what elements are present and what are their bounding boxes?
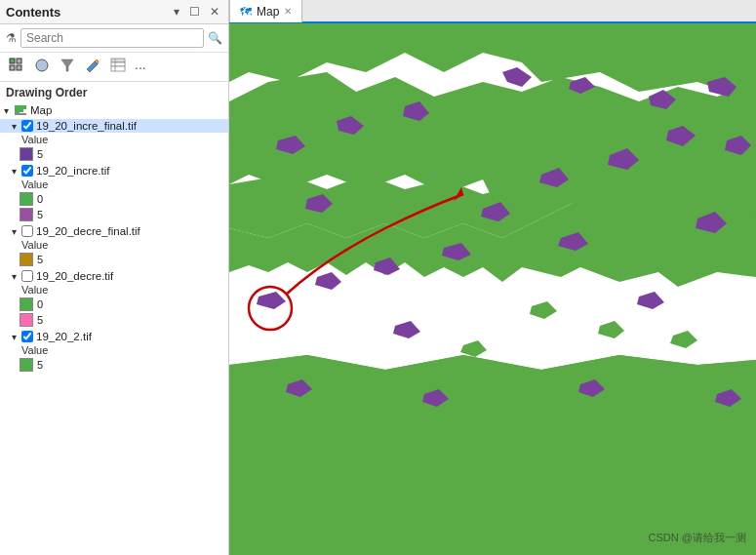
layer3-name: 19_20_decre_final.tif — [36, 225, 140, 237]
svg-rect-1 — [17, 59, 21, 63]
watermark: CSDN @请给我一测 — [649, 531, 746, 545]
layer2-value-2: 5 — [37, 209, 43, 220]
layer4-value-label-row: Value — [0, 283, 228, 297]
layer5-checkbox[interactable] — [21, 331, 33, 342]
layer4-legend-row-1: 0 — [0, 297, 228, 312]
map-tab-bar: 🗺 Map ✕ — [229, 0, 756, 23]
layer2-expand-arrow[interactable] — [12, 166, 21, 177]
search-bar: ⚗ 🔍 — [0, 24, 228, 53]
svg-rect-0 — [10, 59, 15, 63]
search-button[interactable]: 🔍 — [208, 31, 222, 45]
layer1-row[interactable]: 19_20_incre_final.tif — [0, 119, 228, 133]
layer1-checkbox[interactable] — [21, 120, 33, 132]
map-root-name: Map — [30, 104, 52, 116]
svg-rect-15 — [15, 113, 26, 115]
layer5-value-label: Value — [20, 344, 48, 356]
map-root-icon — [14, 103, 27, 117]
map-area: 🗺 Map ✕ — [229, 0, 756, 555]
tree-item-map: Map 19_20_incre_final.tif Value 5 — [0, 101, 228, 375]
layer1-swatch-1 — [20, 147, 33, 161]
drawing-order-label: Drawing Order — [0, 82, 228, 101]
svg-marker-5 — [61, 59, 73, 71]
svg-rect-3 — [17, 65, 21, 70]
sidebar: Contents ▾ ☐ ✕ ⚗ 🔍 ··· Drawing Order — [0, 0, 229, 555]
filter-icon: ⚗ — [6, 31, 17, 45]
edit-button[interactable] — [82, 56, 103, 78]
svg-rect-12 — [23, 105, 26, 109]
layer2-value-label-row: Value — [0, 178, 228, 191]
layer3-swatch-1 — [20, 253, 33, 266]
layer2-checkbox[interactable] — [21, 165, 33, 177]
more-options-button[interactable]: ··· — [135, 59, 146, 75]
layer1-name: 19_20_incre_final.tif — [36, 120, 137, 132]
layer5-name: 19_20_2.tif — [36, 331, 92, 342]
layer4-value-label: Value — [20, 284, 48, 296]
svg-point-4 — [36, 59, 48, 71]
map-tab-close[interactable]: ✕ — [284, 6, 292, 17]
layer1-expand-arrow[interactable] — [12, 121, 21, 132]
pin-icon-button[interactable]: ▾ — [171, 4, 182, 20]
layer2-swatch-2 — [20, 208, 33, 221]
layer2-value-1: 0 — [37, 193, 43, 205]
tree-item-layer2: 19_20_incre.tif Value 0 5 — [0, 163, 228, 223]
layer1-value-label-row: Value — [0, 133, 228, 146]
sidebar-header-icons: ▾ ☐ ✕ — [171, 4, 222, 20]
layer2-legend-row-1: 0 — [0, 191, 228, 207]
map-svg — [229, 23, 756, 555]
layer4-name: 19_20_decre.tif — [36, 270, 113, 282]
undock-icon-button[interactable]: ☐ — [186, 4, 203, 20]
toolbar-row: ··· — [0, 53, 228, 82]
layer5-swatch-1 — [20, 358, 33, 372]
layer2-name: 19_20_incre.tif — [36, 165, 109, 177]
map-tab[interactable]: 🗺 Map ✕ — [229, 0, 302, 22]
layer5-value-label-row: Value — [0, 343, 228, 357]
layer4-swatch-2 — [20, 313, 33, 327]
svg-rect-7 — [111, 62, 125, 66]
layer3-legend-row-1: 5 — [0, 252, 228, 267]
layer2-row[interactable]: 19_20_incre.tif — [0, 164, 228, 178]
svg-rect-2 — [10, 65, 15, 70]
layer3-row[interactable]: 19_20_decre_final.tif — [0, 224, 228, 238]
filter-button[interactable] — [57, 56, 78, 78]
sidebar-title: Contents — [6, 5, 60, 20]
svg-rect-6 — [111, 59, 125, 62]
map-canvas[interactable]: CSDN @请给我一测 — [229, 23, 756, 555]
contents-tree: Map 19_20_incre_final.tif Value 5 — [0, 101, 228, 555]
layer3-value-label-row: Value — [0, 238, 228, 252]
layer2-swatch-1 — [20, 192, 33, 206]
feature-layer-button[interactable] — [31, 56, 53, 78]
close-panel-button[interactable]: ✕ — [207, 4, 222, 20]
layer4-value-2: 5 — [37, 314, 43, 326]
svg-rect-13 — [15, 109, 20, 113]
layer5-legend-row-1: 5 — [0, 357, 228, 373]
svg-rect-10 — [15, 105, 20, 109]
layer4-value-1: 0 — [37, 298, 43, 310]
layer3-value-label: Value — [20, 239, 48, 251]
layer5-expand-arrow[interactable] — [12, 332, 21, 342]
svg-rect-11 — [20, 105, 23, 109]
layer4-legend-row-2: 5 — [0, 312, 228, 328]
layer1-value-label: Value — [20, 134, 48, 145]
tree-item-layer1: 19_20_incre_final.tif Value 5 — [0, 118, 228, 163]
map-root-row[interactable]: Map — [0, 102, 228, 118]
tree-item-layer3: 19_20_decre_final.tif Value 5 — [0, 223, 228, 268]
layer3-value-1: 5 — [37, 254, 43, 265]
layer4-expand-arrow[interactable] — [12, 271, 21, 282]
layer4-row[interactable]: 19_20_decre.tif — [0, 269, 228, 283]
table-button[interactable] — [107, 56, 129, 78]
layer5-value-1: 5 — [37, 359, 43, 371]
svg-rect-8 — [111, 66, 125, 71]
tree-item-layer5: 19_20_2.tif Value 5 — [0, 329, 228, 374]
layer4-swatch-1 — [20, 297, 33, 311]
svg-rect-14 — [20, 109, 23, 112]
layer5-row[interactable]: 19_20_2.tif — [0, 330, 228, 343]
layer4-checkbox[interactable] — [21, 270, 33, 282]
search-input[interactable] — [20, 28, 204, 48]
layer2-value-label: Value — [20, 178, 48, 190]
map-expand-arrow[interactable] — [4, 105, 14, 116]
layer3-checkbox[interactable] — [21, 225, 33, 237]
layer3-expand-arrow[interactable] — [12, 226, 21, 237]
add-data-button[interactable] — [6, 56, 27, 78]
layer2-legend-row-2: 5 — [0, 207, 228, 222]
sidebar-header: Contents ▾ ☐ ✕ — [0, 0, 228, 24]
